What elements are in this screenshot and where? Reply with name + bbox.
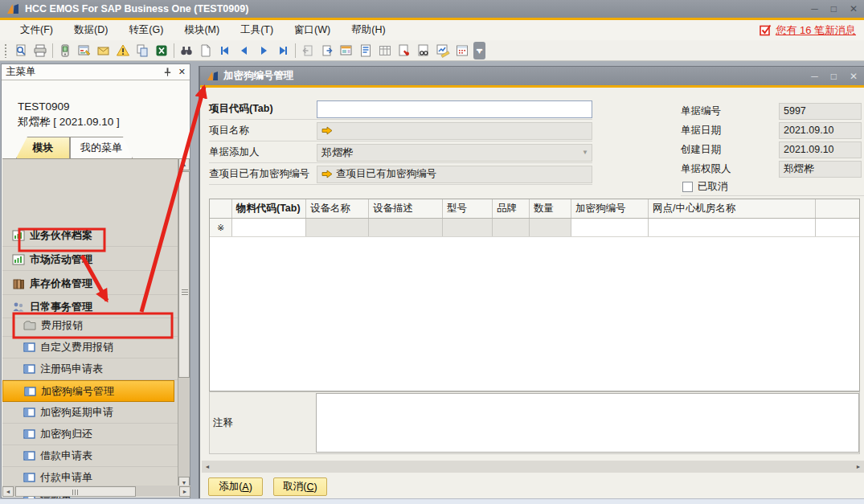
form-icon <box>23 363 35 375</box>
toolbar-overflow-button[interactable]: ▬▼ <box>473 42 485 59</box>
add-button[interactable]: 添加(A) <box>208 477 263 496</box>
cell-site-name[interactable] <box>649 219 816 236</box>
menu-tools[interactable]: 工具(T) <box>230 21 284 39</box>
col-site-name[interactable]: 网点/中心机房名称 <box>649 199 816 218</box>
query-dongle-link[interactable]: 查项目已有加密狗编号 <box>336 167 436 181</box>
app-close-button[interactable]: ✕ <box>850 1 858 17</box>
query-view-icon[interactable] <box>414 42 433 59</box>
find-icon[interactable] <box>177 42 196 59</box>
form-edit-icon[interactable] <box>75 42 94 59</box>
cell-model[interactable] <box>443 219 493 236</box>
scroll-left-icon[interactable]: ◄ <box>202 461 213 473</box>
form-maximize-button[interactable]: □ <box>831 68 837 84</box>
menu-help[interactable]: 帮助(H) <box>341 21 395 39</box>
menu-file[interactable]: 文件(F) <box>10 21 63 39</box>
col-quantity[interactable]: 数量 <box>530 199 571 218</box>
col-device-name[interactable]: 设备名称 <box>306 199 369 218</box>
cell-brand[interactable] <box>493 219 530 236</box>
toolbar: ▬▼ <box>0 40 864 61</box>
doc-date-value[interactable]: 2021.09.10 <box>779 122 862 139</box>
sidebar-item-dongle-number-management[interactable]: 加密狗编号管理 <box>2 380 174 402</box>
paste-icon[interactable] <box>133 42 152 59</box>
document-lines-icon[interactable] <box>356 42 375 59</box>
scrollbar-thumb[interactable] <box>15 486 136 497</box>
form-icon <box>23 428 35 440</box>
doc-adder-dropdown[interactable]: 郑熠桦 ▼ <box>317 144 592 162</box>
form-settings-icon[interactable] <box>337 42 356 59</box>
sidebar-item-custom-expense-reimbursement[interactable]: 自定义费用报销 <box>2 337 178 359</box>
chart-edit-icon[interactable] <box>433 42 452 59</box>
sidebar-horizontal-scrollbar[interactable]: ◄ ► <box>2 486 190 497</box>
scroll-left-icon[interactable]: ◄ <box>2 486 14 497</box>
people-icon <box>12 301 25 313</box>
menu-data[interactable]: 数据(D) <box>63 21 118 39</box>
col-item-code[interactable]: 物料代码(Tab) <box>232 199 306 218</box>
app-maximize-button[interactable]: □ <box>831 1 837 17</box>
doc-owner-value[interactable]: 郑熠桦 <box>779 161 862 178</box>
sidebar-item-marketing-activity-management[interactable]: 市场活动管理 <box>2 249 178 271</box>
tab-modules[interactable]: 模块 <box>16 137 70 158</box>
cell-device-desc[interactable] <box>369 219 443 236</box>
sidebar-item-business-partner-archive[interactable]: 业务伙伴档案 <box>2 225 178 247</box>
warning-icon[interactable] <box>113 42 133 59</box>
new-document-icon[interactable] <box>196 42 215 59</box>
mobile-device-icon[interactable] <box>55 42 75 59</box>
scrollbar-thumb[interactable] <box>178 171 190 378</box>
cancelled-checkbox[interactable] <box>682 182 693 192</box>
form-close-button[interactable]: ✕ <box>850 68 858 84</box>
sidebar-item-loan-application[interactable]: 借款申请表 <box>2 445 178 467</box>
last-record-icon[interactable] <box>273 42 293 59</box>
link-arrow-icon[interactable] <box>321 170 333 178</box>
print-preview-icon[interactable] <box>11 42 31 59</box>
sidebar-item-inventory-price-management[interactable]: 库存价格管理 <box>2 273 178 295</box>
scroll-right-icon[interactable]: ► <box>853 461 864 473</box>
sidebar-vertical-scrollbar[interactable]: ▲ ▼ <box>178 158 190 489</box>
menu-window[interactable]: 窗口(W) <box>284 21 341 39</box>
sidebar-item-registration-code-application[interactable]: 注册码申请表 <box>2 359 178 380</box>
remarks-textarea[interactable] <box>316 393 859 453</box>
app-minimize-button[interactable]: ─ <box>811 1 818 17</box>
cell-quantity[interactable] <box>530 219 571 236</box>
col-device-desc[interactable]: 设备描述 <box>369 199 443 218</box>
sidebar-item-expense-reimbursement[interactable]: 费用报销 <box>2 315 178 337</box>
undo-document-icon[interactable] <box>298 42 317 59</box>
app-titlebar: HCC EMOS For SAP Business One (TEST0909)… <box>0 0 864 18</box>
row-marker[interactable]: ※ <box>210 219 232 236</box>
menu-goto[interactable]: 转至(G) <box>118 21 174 39</box>
new-messages-link[interactable]: 您有 16 笔新消息 <box>776 23 856 38</box>
excel-export-icon[interactable] <box>152 42 171 59</box>
calendar-icon[interactable] <box>452 42 472 59</box>
col-model[interactable]: 型号 <box>443 199 493 218</box>
table-view-icon[interactable] <box>375 42 395 59</box>
col-brand[interactable]: 品牌 <box>493 199 530 218</box>
chart-icon <box>12 229 25 242</box>
form-horizontal-scrollbar[interactable]: ◄ ► <box>202 461 864 473</box>
chevron-down-icon[interactable]: ▼ <box>582 149 588 156</box>
cell-dongle-no[interactable] <box>571 219 649 236</box>
sidebar-item-dongle-extension-application[interactable]: 加密狗延期申请 <box>2 402 178 424</box>
approved-document-icon[interactable] <box>395 42 414 59</box>
cancel-button[interactable]: 取消(C) <box>273 477 327 496</box>
main-menu-title: 主菜单 <box>6 65 36 79</box>
next-record-icon[interactable] <box>254 42 273 59</box>
redo-document-icon[interactable] <box>317 42 337 59</box>
toolbar-grip[interactable] <box>4 43 9 58</box>
link-arrow-icon[interactable] <box>321 126 333 135</box>
first-record-icon[interactable] <box>215 42 235 59</box>
pin-icon[interactable] <box>163 68 172 76</box>
form-minimize-button[interactable]: ─ <box>811 68 818 84</box>
main-menu-close-icon[interactable]: ✕ <box>178 67 186 77</box>
tab-my-menu[interactable]: 我的菜单 <box>70 137 133 158</box>
project-code-input[interactable] <box>317 100 592 118</box>
cell-item-code[interactable] <box>232 219 306 236</box>
menu-modules[interactable]: 模块(M) <box>174 21 230 39</box>
create-date-value[interactable]: 2021.09.10 <box>779 141 862 158</box>
sidebar-item-dongle-return[interactable]: 加密狗归还 <box>2 424 178 445</box>
col-dongle-no[interactable]: 加密狗编号 <box>571 199 649 218</box>
scroll-right-icon[interactable]: ► <box>179 486 190 497</box>
cell-device-name[interactable] <box>306 219 369 236</box>
previous-record-icon[interactable] <box>235 42 254 59</box>
mail-icon[interactable] <box>94 42 113 59</box>
print-icon[interactable] <box>31 42 50 59</box>
scroll-up-icon[interactable]: ▲ <box>178 158 190 170</box>
